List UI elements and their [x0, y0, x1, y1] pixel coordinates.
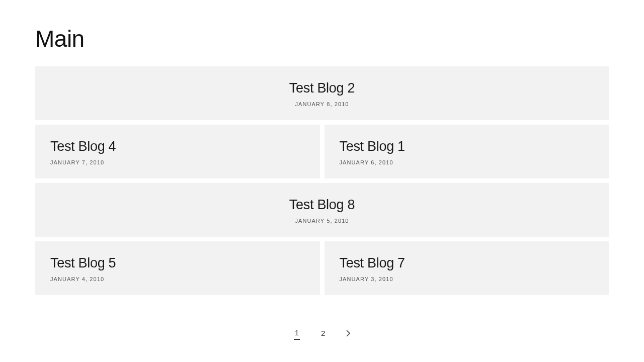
post-date: JANUARY 8, 2010: [50, 101, 594, 107]
post-title: Test Blog 8: [50, 197, 594, 213]
post-title: Test Blog 2: [50, 80, 594, 96]
next-page-button[interactable]: [346, 330, 350, 337]
post-title: Test Blog 1: [340, 139, 594, 154]
post-date: JANUARY 5, 2010: [50, 218, 594, 224]
post-card[interactable]: Test Blog 4 JANUARY 7, 2010: [35, 125, 320, 178]
post-card[interactable]: Test Blog 2 JANUARY 8, 2010: [35, 66, 609, 120]
post-date: JANUARY 7, 2010: [50, 159, 305, 165]
post-date: JANUARY 3, 2010: [340, 276, 594, 282]
post-title: Test Blog 7: [340, 255, 594, 271]
post-date: JANUARY 4, 2010: [50, 276, 305, 282]
post-title: Test Blog 5: [50, 255, 305, 271]
post-card[interactable]: Test Blog 8 JANUARY 5, 2010: [35, 183, 609, 237]
post-card[interactable]: Test Blog 7 JANUARY 3, 2010: [325, 241, 609, 295]
chevron-right-icon: [346, 330, 350, 337]
post-card[interactable]: Test Blog 1 JANUARY 6, 2010: [325, 125, 609, 178]
page-number-link[interactable]: 2: [320, 327, 326, 339]
post-card[interactable]: Test Blog 5 JANUARY 4, 2010: [35, 241, 320, 295]
page-number-current: 1: [294, 326, 300, 340]
post-date: JANUARY 6, 2010: [340, 159, 594, 165]
pagination: 1 2: [35, 326, 609, 340]
post-title: Test Blog 4: [50, 139, 305, 154]
page-title: Main: [35, 25, 609, 52]
post-list: Test Blog 2 JANUARY 8, 2010 Test Blog 4 …: [35, 66, 609, 295]
